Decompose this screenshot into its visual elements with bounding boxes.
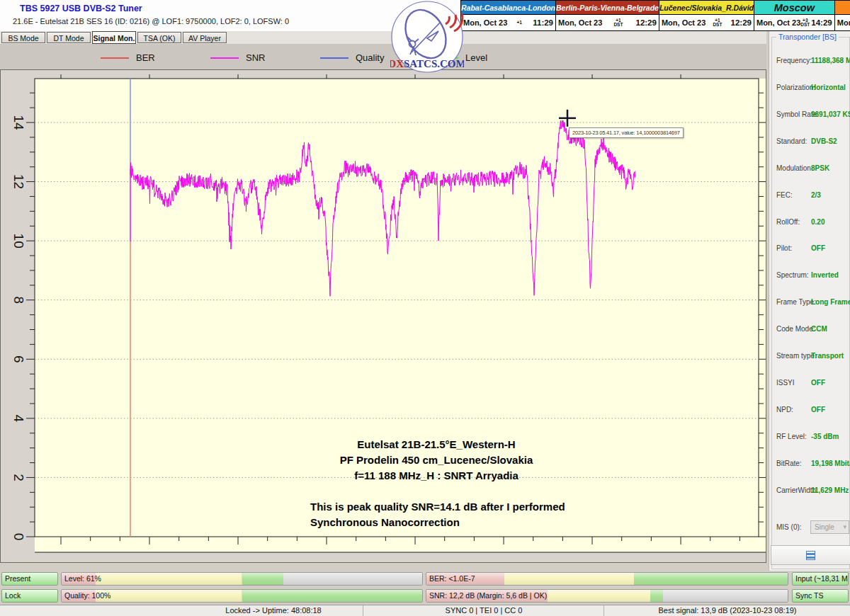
tp-row-npd: NPD:OFF xyxy=(776,406,847,416)
tab-av-player[interactable]: AV Player xyxy=(183,32,227,43)
meter-zone xyxy=(96,573,242,585)
tp-row-frequency: Frequency:11188,368 MHz xyxy=(776,57,847,67)
chart-annotation-header: Eutelsat 21B-21.5°E_Western-H PF Prodeli… xyxy=(284,437,589,484)
clock-panel-lucenec: Lučenec/Slovakia_R.Dávid Mon, Oct 23 +1D… xyxy=(659,1,754,30)
world-clocks: Rabat-Casablanca-London Mon, Oct 23 +1 1… xyxy=(460,0,850,31)
legend-item-quality: Quality xyxy=(320,52,384,63)
svg-text:6: 6 xyxy=(11,355,26,363)
ber-meter: BER: <1.0E-7 xyxy=(426,572,788,586)
tab-signal-mon[interactable]: Signal Mon. xyxy=(92,31,136,44)
clock-city: Dubai xyxy=(835,1,850,15)
meter-zone xyxy=(504,573,635,585)
list-icon xyxy=(806,551,815,560)
tp-row-rolloff: RollOff:0.20 xyxy=(776,218,847,228)
meter-zone xyxy=(96,590,242,602)
chart-legend: BER SNR Quality Level xyxy=(0,44,766,69)
legend-item-snr: SNR xyxy=(210,52,265,63)
svg-text:4: 4 xyxy=(11,415,26,423)
tp-row-polarization: Polarization:Horizontal xyxy=(776,84,847,93)
clock-time: 11:29 xyxy=(533,18,553,27)
transponder-header: Transponder [BS] xyxy=(776,33,839,41)
svg-text:0: 0 xyxy=(11,533,26,541)
clock-dst-flag: DST xyxy=(713,23,722,28)
y-axis-labels: 14121086420 xyxy=(11,115,26,540)
mis-dropdown[interactable]: Single▾ xyxy=(810,520,849,534)
mis-label: MIS (0): xyxy=(776,523,802,531)
bottom-axis-strip xyxy=(35,537,766,552)
clock-date: Mon, Oct 23 xyxy=(837,18,850,27)
clock-date: Mon, Oct 23 xyxy=(558,18,602,27)
dxsatcs-logo: DXSATCS.COM xyxy=(390,0,464,74)
tp-row-fec: FEC:2/3 xyxy=(776,191,847,201)
quality-meter: Quality: 100% xyxy=(61,589,423,603)
meter-zone xyxy=(242,573,284,585)
tp-row-rf-level: RF Level:-35 dBm xyxy=(776,433,847,443)
snr-meter: SNR: 12,2 dB (Margin: 5,6 dB | OK) xyxy=(426,589,788,603)
clock-utc-offset: +1 xyxy=(517,21,522,25)
clock-city: Rabat-Casablanca-London xyxy=(461,1,555,15)
level-meter: Level: 61% xyxy=(61,572,423,586)
clock-city: Berlin-Paris-Vienna-Belgrade xyxy=(556,1,659,15)
meter-zone xyxy=(663,590,788,602)
clock-panel-moscow: Moscow Mon, Oct 23 +3DST 14:29 xyxy=(754,1,834,30)
tuner-subtitle: 21.6E - Eutelsat 21B SES 16 (ID: 0216) @… xyxy=(13,17,289,25)
chevron-down-icon: ▾ xyxy=(843,521,846,533)
sync-ts-badge: Sync TS xyxy=(792,589,849,603)
meter-zone xyxy=(650,590,663,602)
clock-date: Mon, Oct 23 xyxy=(463,18,507,27)
svg-text:2: 2 xyxy=(11,474,26,481)
tp-row-symbol-rate: Symbol Rate:9691,037 KS/s xyxy=(776,110,847,120)
tp-row-pilot: Pilot:OFF xyxy=(776,244,847,254)
clock-date: Mon, Oct 23 xyxy=(662,18,706,27)
meter-zone xyxy=(634,573,788,585)
snr-line-swatch xyxy=(210,57,239,59)
signal-chart[interactable]: 14121086420 Eutelsat 21B-21.5°E_Western-… xyxy=(0,69,766,563)
mis-row: MIS (0): Single▾ xyxy=(776,523,847,537)
svg-text:14: 14 xyxy=(11,115,26,130)
tp-row-standard: Standard:DVB-S2 xyxy=(776,137,847,147)
lock-badge: Lock xyxy=(1,589,58,603)
tp-row-issyi: ISSYIOFF xyxy=(776,379,847,389)
stream-list-button[interactable] xyxy=(771,545,850,565)
clock-dst-flag: DST xyxy=(800,23,810,28)
quality-line-swatch xyxy=(320,57,348,59)
present-badge: Present xyxy=(1,572,58,586)
logo-text: DXSATCS.COM xyxy=(390,58,464,69)
transponder-sidebar: Transponder [BS] Frequency:11188,368 MHz… xyxy=(769,31,850,571)
svg-text:8: 8 xyxy=(11,296,26,304)
clock-time: 12:29 xyxy=(635,18,656,27)
clock-time: 14:29 xyxy=(811,18,832,27)
tbs-tuner-window: TBS 5927 USB DVB-S2 Tuner 21.6E - Eutels… xyxy=(0,0,850,616)
meter-zone xyxy=(283,573,422,585)
clock-panel-berlin: Berlin-Paris-Vienna-Belgrade Mon, Oct 23… xyxy=(555,1,659,30)
chart-annotation-note: This is peak quality SNR=14.1 dB after I… xyxy=(310,499,608,530)
status-bar: Locked -> Uptime: 48:08:18 SYNC 0 | TEI … xyxy=(0,605,850,616)
status-uptime: Locked -> Uptime: 48:08:18 xyxy=(0,605,363,616)
clock-dst-flag: DST xyxy=(613,23,623,28)
value-tooltip: 2023-10-23 05.41.17, value: 14,100000381… xyxy=(569,127,684,138)
tp-row-spectrum: Spectrum:Inverted xyxy=(776,271,847,281)
clock-time: 12:29 xyxy=(731,18,752,27)
tab-tsa[interactable]: TSA (OK) xyxy=(137,32,181,43)
tab-dt-mode[interactable]: DT Mode xyxy=(47,32,91,43)
status-sync-counters: SYNC 0 | TEI 0 | CC 0 xyxy=(363,605,604,616)
tp-row-stream-type: Stream type:Transport xyxy=(776,352,847,362)
transponder-groupbox: Transponder [BS] Frequency:11188,368 MHz… xyxy=(771,37,850,569)
clock-panel-dubai: Dubai Mon, Oct 23 +4 14:29 xyxy=(834,1,850,30)
clock-city: Moscow xyxy=(754,1,834,15)
tab-bar: BS Mode DT Mode Signal Mon. TSA (OK) AV … xyxy=(0,31,766,44)
tab-bs-mode[interactable]: BS Mode xyxy=(1,32,45,43)
legend-item-ber: BER xyxy=(101,52,155,63)
svg-text:10: 10 xyxy=(11,234,26,249)
signal-chart-canvas[interactable]: 14121086420 xyxy=(1,70,766,562)
tp-row-bitrate: BitRate:19,198 Mbit/s xyxy=(776,460,847,469)
tp-row-code-mode: Code Mode:CCM xyxy=(776,325,847,335)
meter-zone xyxy=(548,590,650,602)
clock-date: Mon, Oct 23 xyxy=(756,18,800,27)
ber-line-swatch xyxy=(101,57,129,59)
status-best-signal: Best signal: 13,9 dB (2023-10-23 08:19) xyxy=(604,605,850,616)
tp-row-modulation: Modulation:8PSK xyxy=(776,164,847,174)
svg-text:12: 12 xyxy=(11,174,26,189)
tp-row-frame-type: Frame Type:Long Frame xyxy=(776,298,847,308)
app-title: TBS 5927 USB DVB-S2 Tuner xyxy=(20,4,142,13)
